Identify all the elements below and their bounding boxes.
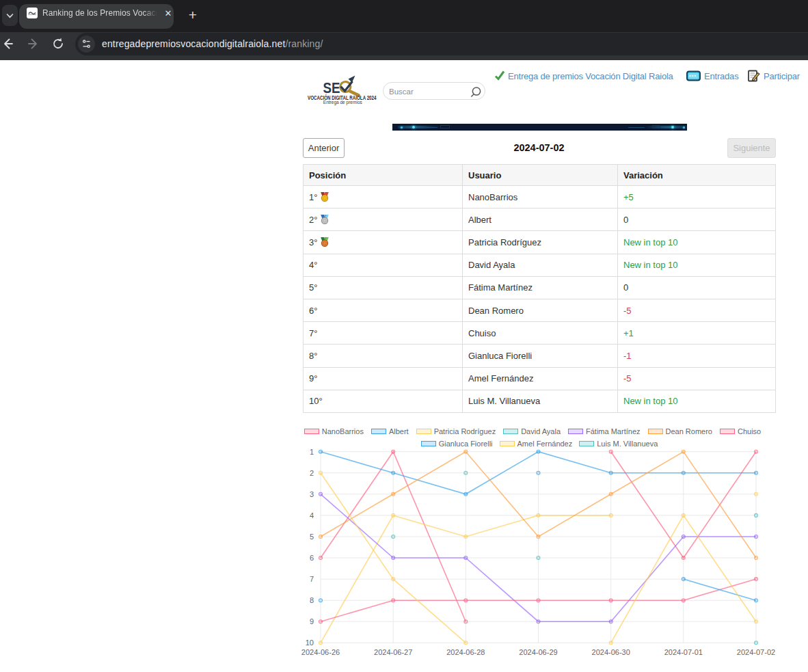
svg-text:6: 6: [310, 554, 314, 562]
svg-text:2024-06-27: 2024-06-27: [374, 648, 412, 656]
svg-text:5: 5: [310, 533, 314, 541]
svg-text:1: 1: [310, 448, 314, 456]
svg-text:2024-06-30: 2024-06-30: [592, 648, 630, 656]
svg-text:2024-06-26: 2024-06-26: [301, 648, 340, 656]
svg-text:9: 9: [310, 617, 314, 626]
svg-text:2024-06-29: 2024-06-29: [519, 648, 557, 656]
svg-text:Entrega de premios: Entrega de premios: [323, 99, 362, 105]
svg-text:8: 8: [310, 596, 314, 604]
svg-text:10: 10: [306, 639, 314, 647]
svg-text:SE: SE: [323, 79, 340, 96]
svg-text:7: 7: [310, 575, 314, 583]
svg-text:2024-06-28: 2024-06-28: [446, 648, 485, 656]
svg-text:2024-07-02: 2024-07-02: [737, 648, 775, 656]
svg-text:2024-07-01: 2024-07-01: [664, 648, 703, 656]
svg-text:2: 2: [310, 469, 314, 477]
svg-text:4: 4: [310, 511, 314, 520]
svg-text:3: 3: [310, 490, 314, 498]
